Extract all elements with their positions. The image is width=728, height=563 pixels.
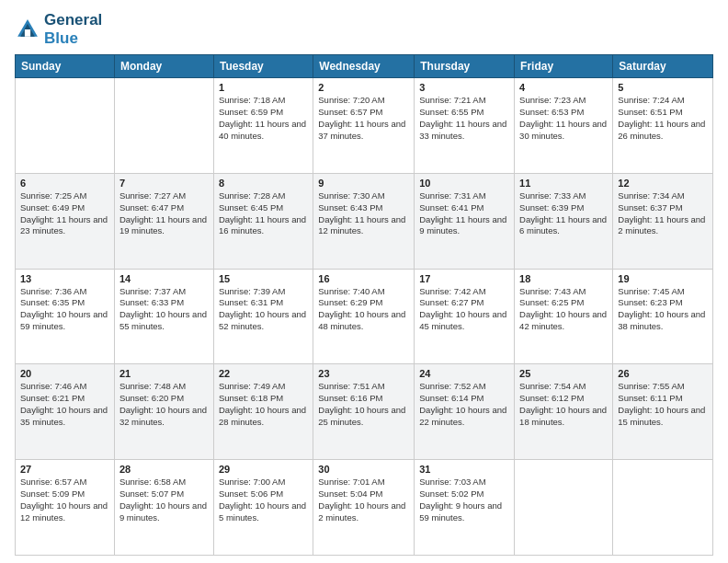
calendar-cell: 21Sunrise: 7:48 AMSunset: 6:20 PMDayligh… <box>114 364 213 460</box>
day-info: Sunrise: 7:54 AMSunset: 6:12 PMDaylight:… <box>519 381 608 428</box>
calendar-cell: 17Sunrise: 7:42 AMSunset: 6:27 PMDayligh… <box>415 269 515 364</box>
day-number: 29 <box>219 464 308 475</box>
day-info: Sunrise: 7:48 AMSunset: 6:20 PMDaylight:… <box>119 381 209 428</box>
day-info: Sunrise: 7:49 AMSunset: 6:18 PMDaylight:… <box>219 381 308 428</box>
logo-text-line1: General <box>44 11 102 29</box>
calendar-cell: 18Sunrise: 7:43 AMSunset: 6:25 PMDayligh… <box>515 269 613 364</box>
calendar-table: Sunday Monday Tuesday Wednesday Thursday… <box>15 54 713 556</box>
day-number: 5 <box>618 82 708 93</box>
day-info: Sunrise: 7:00 AMSunset: 5:06 PMDaylight:… <box>219 477 308 523</box>
day-number: 26 <box>618 368 708 379</box>
day-number: 27 <box>20 464 109 475</box>
day-number: 24 <box>419 368 509 379</box>
header-saturday: Saturday <box>613 55 713 78</box>
calendar-cell: 30Sunrise: 7:01 AMSunset: 5:04 PMDayligh… <box>313 460 415 556</box>
header-friday: Friday <box>515 55 613 78</box>
header: General Blue <box>15 11 713 47</box>
day-number: 9 <box>318 178 409 189</box>
calendar-cell: 4Sunrise: 7:23 AMSunset: 6:53 PMDaylight… <box>515 78 613 174</box>
day-number: 3 <box>419 82 509 93</box>
calendar-cell <box>613 460 713 556</box>
day-info: Sunrise: 7:23 AMSunset: 6:53 PMDaylight:… <box>519 95 608 142</box>
calendar-cell: 12Sunrise: 7:34 AMSunset: 6:37 PMDayligh… <box>613 173 713 269</box>
calendar-cell: 29Sunrise: 7:00 AMSunset: 5:06 PMDayligh… <box>213 460 313 556</box>
day-number: 23 <box>318 368 409 379</box>
day-info: Sunrise: 7:20 AMSunset: 6:57 PMDaylight:… <box>318 95 409 142</box>
logo: General Blue <box>15 11 102 47</box>
header-sunday: Sunday <box>16 55 115 78</box>
calendar-cell: 13Sunrise: 7:36 AMSunset: 6:35 PMDayligh… <box>16 269 115 364</box>
calendar-cell: 9Sunrise: 7:30 AMSunset: 6:43 PMDaylight… <box>313 173 415 269</box>
day-info: Sunrise: 7:42 AMSunset: 6:27 PMDaylight:… <box>419 286 509 333</box>
header-monday: Monday <box>114 55 213 78</box>
calendar-cell: 6Sunrise: 7:25 AMSunset: 6:49 PMDaylight… <box>16 173 115 269</box>
week-row-2: 6Sunrise: 7:25 AMSunset: 6:49 PMDaylight… <box>16 173 713 269</box>
week-row-3: 13Sunrise: 7:36 AMSunset: 6:35 PMDayligh… <box>16 269 713 364</box>
day-number: 19 <box>618 273 708 284</box>
calendar-cell: 27Sunrise: 6:57 AMSunset: 5:09 PMDayligh… <box>16 460 115 556</box>
calendar-cell: 3Sunrise: 7:21 AMSunset: 6:55 PMDaylight… <box>415 78 515 174</box>
calendar-cell: 16Sunrise: 7:40 AMSunset: 6:29 PMDayligh… <box>313 269 415 364</box>
header-thursday: Thursday <box>415 55 515 78</box>
calendar-cell: 26Sunrise: 7:55 AMSunset: 6:11 PMDayligh… <box>613 364 713 460</box>
day-info: Sunrise: 7:21 AMSunset: 6:55 PMDaylight:… <box>419 95 509 142</box>
day-info: Sunrise: 7:43 AMSunset: 6:25 PMDaylight:… <box>519 286 608 333</box>
calendar-cell: 22Sunrise: 7:49 AMSunset: 6:18 PMDayligh… <box>213 364 313 460</box>
day-number: 18 <box>519 273 608 284</box>
day-number: 13 <box>20 273 109 284</box>
day-info: Sunrise: 7:03 AMSunset: 5:02 PMDaylight:… <box>419 477 509 523</box>
header-tuesday: Tuesday <box>213 55 313 78</box>
day-number: 16 <box>318 273 409 284</box>
day-number: 6 <box>20 178 109 189</box>
day-info: Sunrise: 7:52 AMSunset: 6:14 PMDaylight:… <box>419 381 509 428</box>
day-info: Sunrise: 7:37 AMSunset: 6:33 PMDaylight:… <box>119 286 209 333</box>
header-wednesday: Wednesday <box>313 55 415 78</box>
day-number: 10 <box>419 178 509 189</box>
day-number: 14 <box>119 273 209 284</box>
calendar-cell: 20Sunrise: 7:46 AMSunset: 6:21 PMDayligh… <box>16 364 115 460</box>
day-number: 12 <box>618 178 708 189</box>
day-number: 22 <box>219 368 308 379</box>
calendar-cell: 11Sunrise: 7:33 AMSunset: 6:39 PMDayligh… <box>515 173 613 269</box>
day-info: Sunrise: 7:30 AMSunset: 6:43 PMDaylight:… <box>318 190 409 237</box>
logo-text-line2: Blue <box>44 29 102 48</box>
day-info: Sunrise: 7:45 AMSunset: 6:23 PMDaylight:… <box>618 286 708 333</box>
day-number: 1 <box>219 82 308 93</box>
calendar-cell: 23Sunrise: 7:51 AMSunset: 6:16 PMDayligh… <box>313 364 415 460</box>
week-row-1: 1Sunrise: 7:18 AMSunset: 6:59 PMDaylight… <box>16 78 713 174</box>
day-info: Sunrise: 7:46 AMSunset: 6:21 PMDaylight:… <box>20 381 109 428</box>
day-info: Sunrise: 7:40 AMSunset: 6:29 PMDaylight:… <box>318 286 409 333</box>
day-info: Sunrise: 7:01 AMSunset: 5:04 PMDaylight:… <box>318 477 409 523</box>
day-number: 15 <box>219 273 308 284</box>
day-number: 21 <box>119 368 209 379</box>
calendar-cell <box>515 460 613 556</box>
weekday-header-row: Sunday Monday Tuesday Wednesday Thursday… <box>16 55 713 78</box>
day-number: 7 <box>119 178 209 189</box>
day-info: Sunrise: 7:36 AMSunset: 6:35 PMDaylight:… <box>20 286 109 333</box>
day-number: 2 <box>318 82 409 93</box>
calendar-cell: 14Sunrise: 7:37 AMSunset: 6:33 PMDayligh… <box>114 269 213 364</box>
svg-rect-2 <box>25 29 30 37</box>
day-number: 4 <box>519 82 608 93</box>
calendar-cell <box>114 78 213 174</box>
day-info: Sunrise: 7:24 AMSunset: 6:51 PMDaylight:… <box>618 95 708 142</box>
calendar-cell <box>16 78 115 174</box>
day-number: 28 <box>119 464 209 475</box>
calendar-cell: 7Sunrise: 7:27 AMSunset: 6:47 PMDaylight… <box>114 173 213 269</box>
day-info: Sunrise: 7:51 AMSunset: 6:16 PMDaylight:… <box>318 381 409 428</box>
logo-icon <box>15 17 40 42</box>
day-info: Sunrise: 7:34 AMSunset: 6:37 PMDaylight:… <box>618 190 708 237</box>
week-row-5: 27Sunrise: 6:57 AMSunset: 5:09 PMDayligh… <box>16 460 713 556</box>
calendar-cell: 28Sunrise: 6:58 AMSunset: 5:07 PMDayligh… <box>114 460 213 556</box>
day-number: 25 <box>519 368 608 379</box>
calendar-cell: 8Sunrise: 7:28 AMSunset: 6:45 PMDaylight… <box>213 173 313 269</box>
day-info: Sunrise: 6:57 AMSunset: 5:09 PMDaylight:… <box>20 477 109 523</box>
day-number: 8 <box>219 178 308 189</box>
calendar-cell: 25Sunrise: 7:54 AMSunset: 6:12 PMDayligh… <box>515 364 613 460</box>
day-info: Sunrise: 7:39 AMSunset: 6:31 PMDaylight:… <box>219 286 308 333</box>
day-number: 30 <box>318 464 409 475</box>
day-info: Sunrise: 6:58 AMSunset: 5:07 PMDaylight:… <box>119 477 209 523</box>
calendar-cell: 19Sunrise: 7:45 AMSunset: 6:23 PMDayligh… <box>613 269 713 364</box>
calendar-cell: 2Sunrise: 7:20 AMSunset: 6:57 PMDaylight… <box>313 78 415 174</box>
day-info: Sunrise: 7:18 AMSunset: 6:59 PMDaylight:… <box>219 95 308 142</box>
